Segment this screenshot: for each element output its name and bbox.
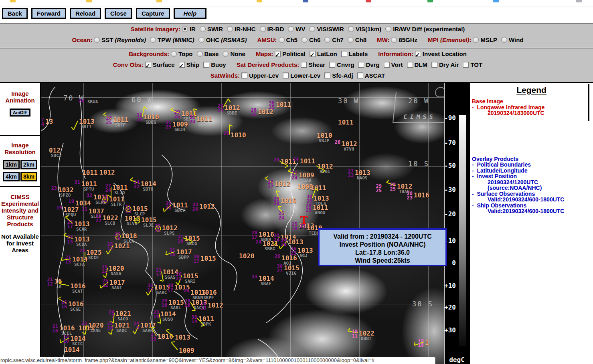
surface-observation: 1009: [179, 348, 194, 354]
sfc-adj-checkbox[interactable]: [324, 72, 330, 78]
surface-observation: 012SBCZ: [49, 147, 62, 158]
tot-checkbox[interactable]: [463, 62, 469, 68]
pressure-value: 1009: [299, 172, 314, 178]
surface-observation: 241011: [300, 158, 316, 164]
cnvrg-checkbox[interactable]: [329, 62, 335, 68]
temperature-values: 3116: [178, 235, 183, 243]
surface-observation: 30271015V7IG: [284, 265, 300, 276]
mslp-radio[interactable]: [473, 37, 479, 43]
legend-line: - Ship Observations: [470, 203, 593, 209]
ascat-checkbox[interactable]: [357, 72, 363, 78]
wind-radio[interactable]: [501, 37, 507, 43]
shear-checkbox[interactable]: [301, 62, 307, 68]
dry-air-checkbox[interactable]: [431, 62, 437, 68]
folder-icon[interactable]: [86, 0, 92, 2]
ir-bd-radio[interactable]: [260, 26, 266, 32]
facebook-icon[interactable]: [303, 0, 308, 2]
temperature-values: 3124: [292, 171, 298, 180]
buoy-checkbox[interactable]: [203, 62, 209, 68]
tpw-radio[interactable]: [150, 37, 156, 43]
vort-checkbox[interactable]: [384, 62, 390, 68]
pressure-value: 1013: [175, 334, 190, 340]
vis-swir-radio[interactable]: [309, 26, 315, 32]
dvrg-checkbox[interactable]: [358, 62, 364, 68]
longitude-gridline: [221, 83, 222, 364]
temperature-values: 3222: [96, 214, 101, 223]
forward-button[interactable]: Forward: [31, 8, 66, 19]
reload-button[interactable]: Reload: [70, 8, 101, 19]
ch8-radio[interactable]: [348, 37, 354, 43]
page-icon[interactable]: [576, 0, 582, 2]
ohc-radio[interactable]: [198, 37, 204, 43]
surface-observation: 31251011SLTR: [109, 196, 125, 207]
dlm-checkbox[interactable]: [407, 62, 413, 68]
pressure-value: 1014: [141, 181, 156, 187]
temperature-values: 3116: [170, 248, 175, 257]
calm-wind-icon: [134, 217, 140, 223]
pressure-value: 1021: [263, 241, 278, 247]
latlon-checkbox[interactable]: [310, 51, 316, 57]
surface-observation: 25121021: [114, 243, 130, 249]
temperature-values: 3624: [166, 201, 171, 210]
group-label: MW:: [377, 36, 389, 43]
85ghz-radio[interactable]: [391, 37, 397, 43]
surface-observation: 26271012: [275, 181, 290, 187]
capture-button[interactable]: Capture: [136, 8, 170, 19]
labels-checkbox[interactable]: [341, 51, 347, 57]
topo-radio[interactable]: [171, 51, 177, 57]
surface-observation: 2524SEPS: [285, 212, 298, 217]
ir-wv-diff-experimental--radio[interactable]: [385, 26, 391, 32]
wv-radio[interactable]: [288, 26, 294, 32]
ch5-radio[interactable]: [279, 37, 285, 43]
none-radio[interactable]: [223, 51, 229, 57]
ir-radio[interactable]: [182, 26, 188, 32]
surface-observation: 1013SBTT: [79, 119, 95, 129]
folder-icon[interactable]: [257, 0, 262, 2]
base-radio[interactable]: [197, 51, 203, 57]
close-button[interactable]: Close: [105, 8, 132, 19]
bookmark-icon[interactable]: [493, 0, 499, 2]
option-label: Political: [282, 50, 306, 57]
temperature-values: 3125: [166, 121, 171, 129]
control-row: Satellite Imagery:IRSWIRIR-NHCIR-BDWVVIS…: [0, 24, 593, 34]
surface-observation: 1013: [175, 334, 190, 340]
resolution-button-8km[interactable]: 8km: [20, 172, 37, 181]
sst-radio[interactable]: [94, 37, 100, 43]
swir-radio[interactable]: [200, 26, 206, 32]
pressure-value: 1022: [359, 330, 374, 336]
ch7-radio[interactable]: [324, 37, 330, 43]
pressure-value: 1021: [114, 322, 130, 328]
ir-nhc-radio[interactable]: [227, 26, 233, 32]
option-label: Ch5: [286, 36, 298, 43]
pressure-value: 1015: [200, 255, 216, 261]
lower-lev-checkbox[interactable]: [283, 72, 289, 78]
resolution-button-2km[interactable]: 2km: [20, 160, 37, 169]
satellite-image[interactable]: 70 W60 W30 W20 W10 S30 S 2724131013SBTT2…: [41, 83, 444, 364]
legend-line: 20190324/1200UTC: [470, 179, 593, 185]
legend-panel: Legend Base Image- Longwave Infrared Ima…: [469, 83, 593, 364]
anigif-button[interactable]: AniGIF: [10, 109, 30, 117]
bookmark-icon[interactable]: [427, 0, 433, 2]
back-button[interactable]: Back: [2, 8, 28, 19]
option-label: Labels: [349, 50, 368, 57]
resolution-button-1km[interactable]: 1km: [3, 160, 20, 169]
help-button[interactable]: Help: [174, 8, 207, 19]
ch6-radio[interactable]: [302, 37, 308, 43]
temperature-values: 19: [57, 206, 62, 210]
pressure-value: 1021: [114, 243, 130, 249]
grid-label: 30 S: [412, 300, 433, 308]
surface-checkbox[interactable]: [145, 62, 151, 68]
folder-icon[interactable]: [10, 0, 16, 2]
temperature-values: 1410: [63, 335, 69, 344]
temperature-values: 19: [69, 199, 74, 204]
pressure-value: 1011: [196, 116, 212, 122]
invest-location-checkbox[interactable]: [415, 51, 421, 57]
ship-checkbox[interactable]: [179, 62, 185, 68]
bookmark-icon[interactable]: [366, 0, 371, 2]
option-label: TOT: [470, 61, 482, 68]
resolution-button-4km[interactable]: 4km: [3, 172, 20, 181]
vis-1km--radio[interactable]: [348, 26, 354, 32]
upper-lev-checkbox[interactable]: [241, 72, 247, 78]
political-checkbox[interactable]: [275, 51, 281, 57]
folder-icon[interactable]: [156, 0, 162, 2]
